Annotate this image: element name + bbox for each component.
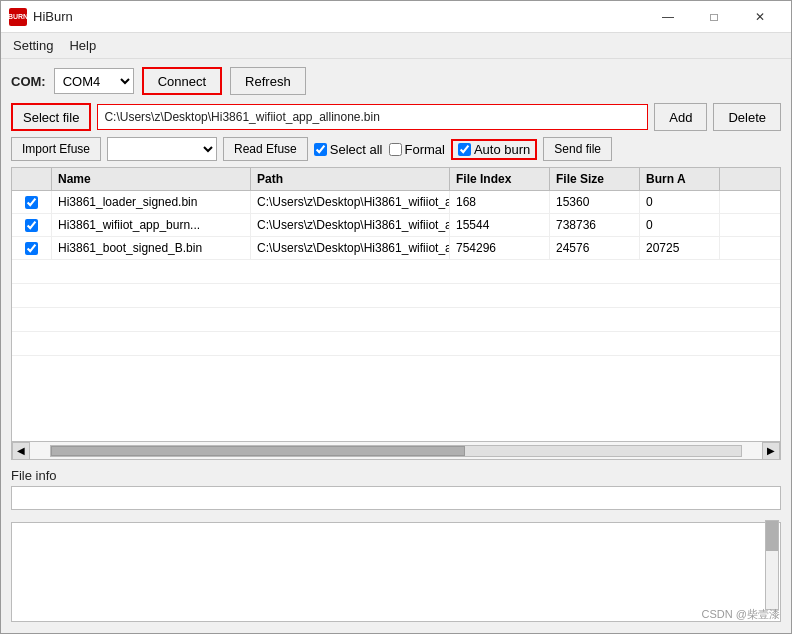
select-all-checkbox-label[interactable]: Select all bbox=[314, 142, 383, 157]
row-0-path: C:\Users\z\Desktop\Hi3861_wifiiot_a... bbox=[251, 191, 450, 213]
file-path-input[interactable] bbox=[97, 104, 648, 130]
read-efuse-button[interactable]: Read Efuse bbox=[223, 137, 308, 161]
scroll-right-button[interactable]: ▶ bbox=[762, 442, 780, 460]
title-bar-controls: — □ ✕ bbox=[645, 1, 783, 33]
row-2-file-size: 24576 bbox=[550, 237, 640, 259]
file-row: Select file Add Delete bbox=[11, 103, 781, 131]
import-efuse-select[interactable] bbox=[107, 137, 217, 161]
import-efuse-button[interactable]: Import Efuse bbox=[11, 137, 101, 161]
row-1-file-size: 738736 bbox=[550, 214, 640, 236]
send-file-button[interactable]: Send file bbox=[543, 137, 612, 161]
scroll-left-button[interactable]: ◀ bbox=[12, 442, 30, 460]
horizontal-scrollbar[interactable]: ◀ ▶ bbox=[12, 441, 780, 459]
log-vertical-scrollbar[interactable] bbox=[765, 520, 779, 610]
delete-button[interactable]: Delete bbox=[713, 103, 781, 131]
table-row-empty bbox=[12, 308, 780, 332]
file-table: Name Path File Index File Size Burn A Hi… bbox=[11, 167, 781, 460]
add-button[interactable]: Add bbox=[654, 103, 707, 131]
maximize-button[interactable]: □ bbox=[691, 1, 737, 33]
scrollbar-track[interactable] bbox=[50, 445, 742, 457]
scrollbar-thumb[interactable] bbox=[51, 446, 465, 456]
row-1-file-index: 15544 bbox=[450, 214, 550, 236]
connect-button[interactable]: Connect bbox=[142, 67, 222, 95]
file-info-section: File info bbox=[11, 468, 781, 510]
col-burn-a: Burn A bbox=[640, 168, 720, 190]
col-check bbox=[12, 168, 52, 190]
log-textarea[interactable] bbox=[11, 522, 781, 622]
toolbar-row: COM: COM4 Connect Refresh bbox=[11, 59, 781, 99]
auto-burn-label: Auto burn bbox=[474, 142, 530, 157]
row-0-file-index: 168 bbox=[450, 191, 550, 213]
main-window: BURN HiBurn — □ ✕ Setting Help COM: COM4… bbox=[0, 0, 792, 634]
col-file-index: File Index bbox=[450, 168, 550, 190]
content-area: COM: COM4 Connect Refresh Select file Ad… bbox=[1, 59, 791, 633]
formal-label: Formal bbox=[405, 142, 445, 157]
table-row: Hi3861_wifiiot_app_burn... C:\Users\z\De… bbox=[12, 214, 780, 237]
table-row-empty bbox=[12, 284, 780, 308]
com-select[interactable]: COM4 bbox=[54, 68, 134, 94]
row-0-check[interactable] bbox=[12, 191, 52, 213]
menu-setting[interactable]: Setting bbox=[5, 35, 61, 56]
row-1-path: C:\Users\z\Desktop\Hi3861_wifiiot_a... bbox=[251, 214, 450, 236]
auto-burn-checkbox[interactable] bbox=[458, 143, 471, 156]
row-2-file-index: 754296 bbox=[450, 237, 550, 259]
row-1-burn-a: 0 bbox=[640, 214, 720, 236]
table-header: Name Path File Index File Size Burn A bbox=[12, 168, 780, 191]
row-0-name: Hi3861_loader_signed.bin bbox=[52, 191, 251, 213]
title-bar: BURN HiBurn — □ ✕ bbox=[1, 1, 791, 33]
minimize-button[interactable]: — bbox=[645, 1, 691, 33]
table-body: Hi3861_loader_signed.bin C:\Users\z\Desk… bbox=[12, 191, 780, 441]
row-2-check[interactable] bbox=[12, 237, 52, 259]
com-label: COM: bbox=[11, 74, 46, 89]
row-1-name: Hi3861_wifiiot_app_burn... bbox=[52, 214, 251, 236]
col-file-size: File Size bbox=[550, 168, 640, 190]
col-path: Path bbox=[251, 168, 450, 190]
close-button[interactable]: ✕ bbox=[737, 1, 783, 33]
col-name: Name bbox=[52, 168, 251, 190]
select-file-button[interactable]: Select file bbox=[11, 103, 91, 131]
table-row-empty bbox=[12, 260, 780, 284]
menu-bar: Setting Help bbox=[1, 33, 791, 59]
row-2-burn-a: 20725 bbox=[640, 237, 720, 259]
row-0-file-size: 15360 bbox=[550, 191, 640, 213]
select-all-label: Select all bbox=[330, 142, 383, 157]
log-scrollbar-thumb[interactable] bbox=[766, 521, 778, 551]
window-title: HiBurn bbox=[33, 9, 73, 24]
formal-checkbox[interactable] bbox=[389, 143, 402, 156]
file-info-input[interactable] bbox=[11, 486, 781, 510]
row-2-path: C:\Users\z\Desktop\Hi3861_wifiiot_a... bbox=[251, 237, 450, 259]
table-row-empty bbox=[12, 332, 780, 356]
row-0-burn-a: 0 bbox=[640, 191, 720, 213]
app-icon: BURN bbox=[9, 8, 27, 26]
table-row: Hi3861_loader_signed.bin C:\Users\z\Desk… bbox=[12, 191, 780, 214]
file-info-label: File info bbox=[11, 468, 781, 483]
options-row: Import Efuse Read Efuse Select all Forma… bbox=[11, 137, 781, 161]
table-row: Hi3861_boot_signed_B.bin C:\Users\z\Desk… bbox=[12, 237, 780, 260]
menu-help[interactable]: Help bbox=[61, 35, 104, 56]
row-1-check[interactable] bbox=[12, 214, 52, 236]
formal-checkbox-label[interactable]: Formal bbox=[389, 142, 445, 157]
select-all-checkbox[interactable] bbox=[314, 143, 327, 156]
log-area-wrapper bbox=[11, 518, 781, 625]
title-bar-left: BURN HiBurn bbox=[9, 8, 73, 26]
row-2-name: Hi3861_boot_signed_B.bin bbox=[52, 237, 251, 259]
auto-burn-checkbox-label[interactable]: Auto burn bbox=[451, 139, 537, 160]
refresh-button[interactable]: Refresh bbox=[230, 67, 306, 95]
watermark: CSDN @柴壹漆 bbox=[702, 607, 780, 622]
